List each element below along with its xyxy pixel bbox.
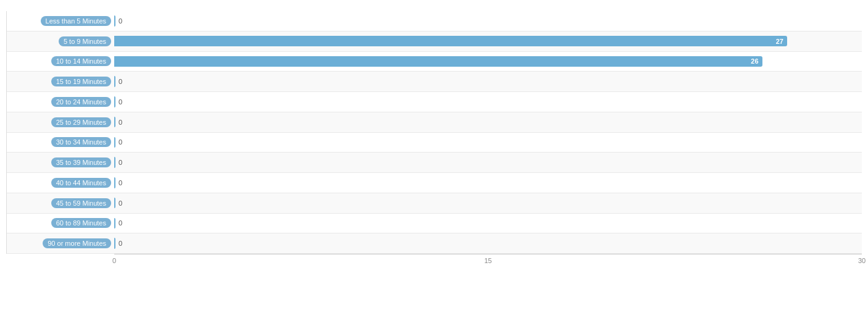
bar-track: 0: [114, 92, 862, 112]
bar-row: 30 to 34 Minutes0: [6, 133, 862, 153]
bar-value-label: 0: [119, 219, 122, 227]
bar-label: 45 to 59 Minutes: [6, 198, 114, 208]
bar-label: 20 to 24 Minutes: [6, 97, 114, 107]
bar-value-label: 0: [119, 78, 122, 85]
bar-label-pill: Less than 5 Minutes: [41, 16, 111, 26]
bar-row: 35 to 39 Minutes0: [6, 153, 862, 173]
bar-label: 90 or more Minutes: [6, 238, 114, 248]
bar-fill: 26: [114, 56, 762, 67]
bar-row: Less than 5 Minutes0: [6, 11, 862, 31]
bar-fill: [114, 177, 115, 188]
chart-area: Less than 5 Minutes05 to 9 Minutes2710 t…: [6, 11, 862, 272]
bar-track: 0: [114, 193, 862, 213]
bar-track: 0: [114, 214, 862, 233]
bars-section: Less than 5 Minutes05 to 9 Minutes2710 t…: [6, 11, 862, 254]
bar-fill: [114, 198, 115, 208]
bar-row: 25 to 29 Minutes0: [6, 112, 862, 133]
bar-label: 15 to 19 Minutes: [6, 77, 114, 86]
bar-row: 60 to 89 Minutes0: [6, 214, 862, 234]
bar-value-label: 0: [119, 240, 122, 247]
bar-label-pill: 10 to 14 Minutes: [51, 56, 111, 66]
bar-label-pill: 60 to 89 Minutes: [51, 218, 111, 228]
bar-track: 27: [114, 31, 862, 51]
bar-track: 0: [114, 11, 862, 31]
bar-fill: [114, 238, 115, 248]
bar-fill: [114, 218, 115, 229]
x-axis-tick: 30: [858, 257, 866, 264]
bar-fill: [114, 15, 115, 26]
bar-label-pill: 30 to 34 Minutes: [51, 137, 111, 147]
bar-row: 5 to 9 Minutes27: [6, 31, 862, 52]
bar-value-label: 27: [776, 38, 783, 45]
chart-container: Less than 5 Minutes05 to 9 Minutes2710 t…: [0, 0, 868, 323]
bar-value-label: 0: [119, 98, 122, 106]
bar-value-label: 26: [751, 57, 758, 65]
bar-track: 26: [114, 52, 862, 72]
bar-label: 40 to 44 Minutes: [6, 178, 114, 188]
bar-label-pill: 40 to 44 Minutes: [51, 178, 111, 188]
bar-fill: [114, 157, 115, 167]
bar-label-pill: 90 or more Minutes: [43, 238, 111, 248]
bar-row: 90 or more Minutes0: [6, 233, 862, 254]
bar-label: 30 to 34 Minutes: [6, 137, 114, 147]
bar-track: 0: [114, 173, 862, 193]
bar-label-pill: 45 to 59 Minutes: [51, 198, 111, 208]
bar-value-label: 0: [119, 179, 122, 187]
bar-fill: [114, 96, 115, 107]
bar-value-label: 0: [119, 17, 122, 25]
x-axis: 01530: [114, 254, 862, 272]
bar-label-pill: 25 to 29 Minutes: [51, 117, 111, 127]
bar-label: Less than 5 Minutes: [6, 16, 114, 26]
bar-track: 0: [114, 133, 862, 153]
bar-track: 0: [114, 153, 862, 172]
bar-row: 40 to 44 Minutes0: [6, 173, 862, 193]
bar-fill: [114, 76, 115, 86]
bar-track: 0: [114, 72, 862, 91]
bar-label: 25 to 29 Minutes: [6, 117, 114, 127]
bar-label: 5 to 9 Minutes: [6, 36, 114, 46]
bar-label-pill: 35 to 39 Minutes: [51, 157, 111, 167]
bar-value-label: 0: [119, 138, 122, 146]
bar-track: 0: [114, 112, 862, 132]
bar-fill: [114, 137, 115, 148]
bar-value-label: 0: [119, 199, 122, 207]
bar-value-label: 0: [119, 159, 122, 166]
bar-row: 20 to 24 Minutes0: [6, 92, 862, 112]
bar-row: 10 to 14 Minutes26: [6, 52, 862, 72]
bar-row: 15 to 19 Minutes0: [6, 72, 862, 92]
grid-line: [6, 11, 7, 254]
bar-label-pill: 15 to 19 Minutes: [51, 77, 111, 86]
bar-label-pill: 5 to 9 Minutes: [59, 36, 111, 46]
bar-label: 60 to 89 Minutes: [6, 218, 114, 228]
x-axis-tick: 15: [484, 257, 491, 264]
bar-fill: 27: [114, 36, 787, 46]
x-axis-tick: 0: [112, 257, 116, 264]
bar-track: 0: [114, 233, 862, 253]
bar-fill: [114, 117, 115, 127]
bar-label: 35 to 39 Minutes: [6, 157, 114, 167]
x-axis-line: [114, 254, 862, 254]
bar-row: 45 to 59 Minutes0: [6, 193, 862, 214]
bar-label: 10 to 14 Minutes: [6, 56, 114, 66]
bar-value-label: 0: [119, 119, 122, 126]
bar-label-pill: 20 to 24 Minutes: [51, 97, 111, 107]
